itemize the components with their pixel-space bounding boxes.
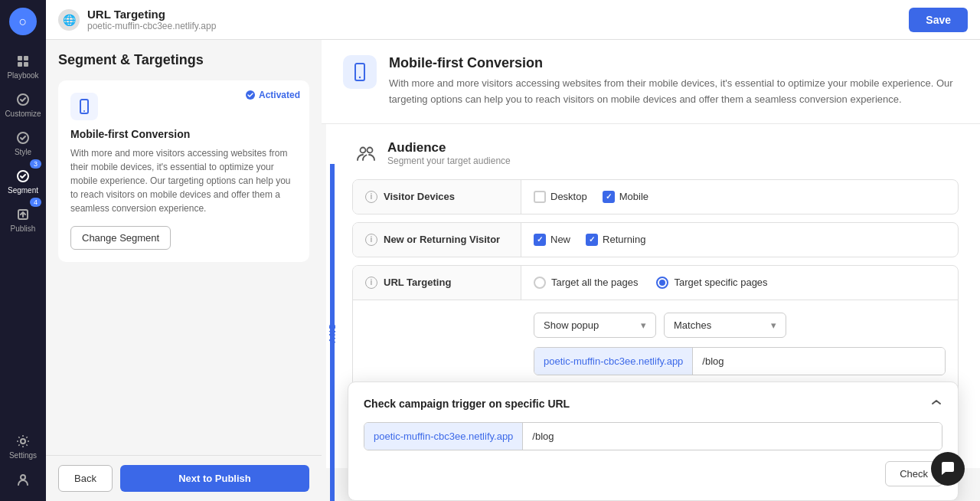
publish-badge: 4 bbox=[30, 198, 41, 207]
change-segment-button[interactable]: Change Segment bbox=[70, 226, 171, 250]
top-bar-left: 🌐 URL Targeting poetic-muffin-cbc3ee.net… bbox=[58, 8, 216, 31]
topbar-icon: 🌐 bbox=[58, 9, 80, 31]
info-section-title: Mobile-first Conversion bbox=[389, 55, 959, 71]
svg-point-8 bbox=[21, 439, 25, 444]
topbar-subtitle: poetic-muffin-cbc3ee.netlify.app bbox=[87, 21, 216, 31]
back-button[interactable]: Back bbox=[58, 465, 113, 492]
settings-icon bbox=[15, 434, 31, 449]
visitor-devices-options: Desktop Mobile bbox=[521, 182, 958, 212]
info-section-icon bbox=[343, 55, 377, 89]
target-specific-radio[interactable]: Target specific pages bbox=[656, 277, 767, 289]
check-url-dialog: Check campaign trigger on specific URL p… bbox=[348, 381, 959, 501]
show-popup-label: Show popup bbox=[544, 319, 599, 331]
dialog-url-input-row: poetic-muffin-cbc3ee.netlify.app bbox=[364, 422, 942, 450]
next-to-publish-button[interactable]: Next to Publish bbox=[120, 465, 309, 492]
url-targeting-label: i URL Targeting bbox=[353, 266, 521, 300]
audience-subtitle: Segment your target audience bbox=[387, 156, 511, 166]
topbar-title: URL Targeting bbox=[87, 8, 216, 21]
desktop-checkbox[interactable]: Desktop bbox=[534, 191, 587, 203]
activated-check-icon bbox=[245, 90, 256, 100]
show-popup-arrow: ▾ bbox=[641, 319, 646, 331]
svg-point-12 bbox=[83, 110, 85, 112]
audience-title-block: Audience Segment your target audience bbox=[387, 140, 511, 166]
audience-title: Audience bbox=[387, 140, 511, 156]
sidebar-item-style[interactable]: Style bbox=[0, 124, 46, 162]
url-targeting-options: Target all the pages Target specific pag… bbox=[521, 266, 958, 300]
info-section-text: Mobile-first Conversion With more and mo… bbox=[389, 55, 959, 108]
segment-card-title: Mobile-first Conversion bbox=[70, 128, 297, 140]
new-returning-info-icon[interactable]: i bbox=[365, 234, 377, 246]
new-returning-text: New or Returning Visitor bbox=[384, 234, 500, 245]
sidebar-item-customize[interactable]: Customize bbox=[0, 86, 46, 124]
segment-activated: Activated bbox=[245, 90, 300, 100]
svg-rect-3 bbox=[24, 62, 28, 67]
style-icon bbox=[15, 130, 31, 146]
svg-rect-2 bbox=[18, 62, 22, 67]
dialog-overlay: Check campaign trigger on specific URL p… bbox=[326, 381, 980, 501]
url-targeting-text: URL Targeting bbox=[384, 277, 451, 288]
matches-dropdown[interactable]: Matches ▾ bbox=[664, 313, 786, 338]
target-all-radio[interactable]: Target all the pages bbox=[534, 277, 638, 289]
chat-bubble-icon bbox=[939, 460, 956, 477]
topbar-text: URL Targeting poetic-muffin-cbc3ee.netli… bbox=[87, 8, 216, 31]
target-specific-radio-circle[interactable] bbox=[656, 277, 668, 289]
user-icon bbox=[15, 472, 31, 487]
segment-icon bbox=[15, 169, 31, 184]
url-targeting-info-icon[interactable]: i bbox=[365, 277, 377, 289]
segment-card-icon bbox=[70, 93, 98, 120]
mobile-checkbox[interactable]: Mobile bbox=[603, 191, 648, 203]
left-panel-title: Segment & Targetings bbox=[58, 52, 309, 68]
desktop-label: Desktop bbox=[550, 191, 587, 202]
target-all-label: Target all the pages bbox=[551, 277, 638, 288]
app-logo[interactable]: ○ bbox=[9, 8, 37, 35]
returning-label: Returning bbox=[603, 234, 645, 245]
sidebar-label-style: Style bbox=[15, 148, 31, 156]
activated-label: Activated bbox=[259, 90, 300, 100]
segment-badge: 3 bbox=[30, 159, 41, 169]
returning-checkbox[interactable]: Returning bbox=[586, 234, 645, 246]
segment-card: Activated Mobile-first Conversion With m… bbox=[58, 80, 309, 262]
dialog-header: Check campaign trigger on specific URL bbox=[364, 396, 942, 411]
sidebar-item-settings[interactable]: Settings bbox=[0, 427, 46, 466]
url-targeting-top: i URL Targeting Target all the pages Tar… bbox=[353, 266, 958, 300]
sidebar-item-publish[interactable]: 4 Publish bbox=[0, 201, 46, 239]
mobile-checkbox-box[interactable] bbox=[603, 191, 615, 203]
dialog-domain: poetic-muffin-cbc3ee.netlify.app bbox=[364, 423, 523, 450]
svg-point-14 bbox=[359, 77, 361, 78]
icon-sidebar: ○ Playbook Customize Style 3 Segment 4 P… bbox=[0, 0, 46, 501]
visitor-devices-info-icon[interactable]: i bbox=[365, 191, 377, 203]
audience-header: Audience Segment your target audience bbox=[352, 139, 959, 167]
sidebar-label-publish: Publish bbox=[11, 224, 36, 233]
customize-icon bbox=[15, 92, 31, 107]
svg-point-16 bbox=[368, 147, 373, 152]
dialog-collapse-button[interactable] bbox=[930, 396, 942, 411]
audience-icon bbox=[352, 139, 380, 167]
svg-rect-0 bbox=[18, 56, 22, 61]
target-specific-label: Target specific pages bbox=[674, 277, 767, 288]
target-all-radio-circle[interactable] bbox=[534, 277, 546, 289]
sidebar-item-user[interactable] bbox=[0, 466, 46, 493]
url-targeting-controls: Show popup ▾ Matches ▾ bbox=[534, 313, 946, 338]
new-checkbox-box[interactable] bbox=[534, 234, 546, 246]
visitor-devices-row: i Visitor Devices Desktop Mobile bbox=[352, 179, 959, 214]
bottom-nav: Back Next to Publish bbox=[46, 455, 322, 501]
sidebar-label-segment: Segment bbox=[8, 186, 38, 195]
save-button[interactable]: Save bbox=[909, 8, 968, 32]
segment-card-desc: With more and more visitors accessing we… bbox=[70, 146, 297, 215]
chat-icon[interactable] bbox=[931, 452, 965, 486]
sidebar-item-segment[interactable]: 3 Segment bbox=[0, 162, 46, 201]
left-panel-content: Segment & Targetings Activated Mobile-fi… bbox=[46, 40, 322, 455]
dialog-footer: Check bbox=[364, 461, 942, 486]
new-checkbox[interactable]: New bbox=[534, 234, 570, 246]
dialog-path-input[interactable] bbox=[523, 423, 942, 450]
info-section: Mobile-first Conversion With more and mo… bbox=[322, 40, 980, 124]
matches-arrow: ▾ bbox=[771, 319, 776, 331]
desktop-checkbox-box[interactable] bbox=[534, 191, 546, 203]
show-popup-dropdown[interactable]: Show popup ▾ bbox=[534, 313, 656, 338]
sidebar-item-playbook[interactable]: Playbook bbox=[0, 47, 46, 86]
url-path-input[interactable] bbox=[693, 348, 945, 375]
url-input-row: poetic-muffin-cbc3ee.netlify.app bbox=[534, 347, 946, 375]
new-returning-row: i New or Returning Visitor New Returning bbox=[352, 222, 959, 257]
returning-checkbox-box[interactable] bbox=[586, 234, 598, 246]
visitor-devices-text: Visitor Devices bbox=[384, 191, 455, 202]
